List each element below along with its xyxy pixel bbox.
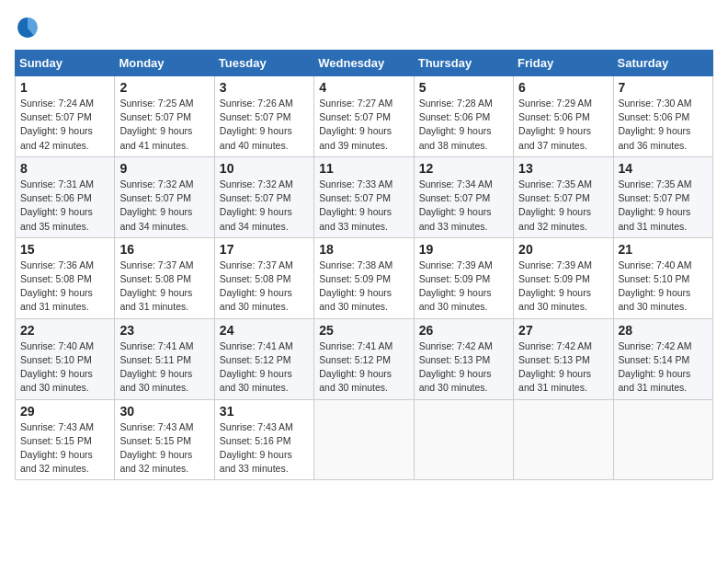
day-cell: 8 Sunrise: 7:31 AMSunset: 5:06 PMDayligh… [16,156,115,237]
day-number: 15 [20,242,109,257]
day-info: Sunrise: 7:26 AMSunset: 5:07 PMDaylight:… [220,98,293,151]
day-cell: 11 Sunrise: 7:33 AMSunset: 5:07 PMDaylig… [314,156,414,237]
day-info: Sunrise: 7:28 AMSunset: 5:06 PMDaylight:… [419,98,493,151]
day-info: Sunrise: 7:29 AMSunset: 5:06 PMDaylight:… [518,98,592,151]
calendar-week-row: 22 Sunrise: 7:40 AMSunset: 5:10 PMDaylig… [16,318,713,399]
empty-day-cell [613,399,712,480]
empty-day-cell [514,399,613,480]
day-info: Sunrise: 7:37 AMSunset: 5:08 PMDaylight:… [220,259,293,313]
calendar-week-row: 1 Sunrise: 7:24 AMSunset: 5:07 PMDayligh… [16,76,713,157]
day-number: 21 [619,242,708,257]
day-number: 1 [20,80,109,95]
day-number: 6 [518,80,608,95]
day-number: 13 [518,161,608,176]
day-info: Sunrise: 7:30 AMSunset: 5:06 PMDaylight:… [619,98,692,151]
day-number: 12 [419,161,508,176]
day-info: Sunrise: 7:41 AMSunset: 5:12 PMDaylight:… [319,340,392,394]
day-cell: 21 Sunrise: 7:40 AMSunset: 5:10 PMDaylig… [613,237,712,318]
day-number: 16 [119,242,209,257]
day-cell: 27 Sunrise: 7:42 AMSunset: 5:13 PMDaylig… [514,318,613,399]
day-cell: 22 Sunrise: 7:40 AMSunset: 5:10 PMDaylig… [16,318,115,399]
day-number: 24 [220,323,309,338]
calendar-week-row: 8 Sunrise: 7:31 AMSunset: 5:06 PMDayligh… [16,156,713,237]
day-number: 23 [119,323,209,338]
day-cell: 4 Sunrise: 7:27 AMSunset: 5:07 PMDayligh… [314,76,414,157]
day-number: 7 [619,80,708,95]
logo-icon [15,15,40,40]
day-number: 27 [518,323,608,338]
day-cell: 6 Sunrise: 7:29 AMSunset: 5:06 PMDayligh… [514,76,613,157]
logo [15,15,44,40]
day-cell: 3 Sunrise: 7:26 AMSunset: 5:07 PMDayligh… [214,76,313,157]
day-info: Sunrise: 7:37 AMSunset: 5:08 PMDaylight:… [119,259,193,313]
day-info: Sunrise: 7:31 AMSunset: 5:06 PMDaylight:… [20,178,94,232]
day-number: 2 [119,80,209,95]
day-info: Sunrise: 7:42 AMSunset: 5:14 PMDaylight:… [619,340,692,394]
day-info: Sunrise: 7:35 AMSunset: 5:07 PMDaylight:… [518,178,592,232]
day-cell: 18 Sunrise: 7:38 AMSunset: 5:09 PMDaylig… [314,237,414,318]
day-cell: 19 Sunrise: 7:39 AMSunset: 5:09 PMDaylig… [414,237,513,318]
day-number: 10 [220,161,309,176]
day-cell: 24 Sunrise: 7:41 AMSunset: 5:12 PMDaylig… [214,318,313,399]
day-number: 26 [419,323,508,338]
day-cell: 15 Sunrise: 7:36 AMSunset: 5:08 PMDaylig… [16,237,115,318]
day-number: 19 [419,242,508,257]
calendar-week-row: 15 Sunrise: 7:36 AMSunset: 5:08 PMDaylig… [16,237,713,318]
day-number: 5 [419,80,508,95]
day-cell: 25 Sunrise: 7:41 AMSunset: 5:12 PMDaylig… [314,318,414,399]
day-cell: 31 Sunrise: 7:43 AMSunset: 5:16 PMDaylig… [214,399,313,480]
day-number: 11 [319,161,408,176]
day-info: Sunrise: 7:27 AMSunset: 5:07 PMDaylight:… [319,98,392,151]
day-number: 31 [220,404,309,419]
day-cell: 14 Sunrise: 7:35 AMSunset: 5:07 PMDaylig… [613,156,712,237]
day-info: Sunrise: 7:34 AMSunset: 5:07 PMDaylight:… [419,178,493,232]
day-number: 25 [319,323,408,338]
day-number: 17 [220,242,309,257]
page-header [15,15,713,40]
day-cell: 12 Sunrise: 7:34 AMSunset: 5:07 PMDaylig… [414,156,513,237]
day-cell: 29 Sunrise: 7:43 AMSunset: 5:15 PMDaylig… [16,399,115,480]
day-number: 8 [20,161,109,176]
calendar-week-row: 29 Sunrise: 7:43 AMSunset: 5:15 PMDaylig… [16,399,713,480]
day-cell: 9 Sunrise: 7:32 AMSunset: 5:07 PMDayligh… [115,156,214,237]
weekday-header: Tuesday [214,51,313,76]
day-cell: 2 Sunrise: 7:25 AMSunset: 5:07 PMDayligh… [115,76,214,157]
day-cell: 30 Sunrise: 7:43 AMSunset: 5:15 PMDaylig… [115,399,214,480]
day-info: Sunrise: 7:33 AMSunset: 5:07 PMDaylight:… [319,178,392,232]
day-info: Sunrise: 7:41 AMSunset: 5:11 PMDaylight:… [119,340,193,394]
day-number: 18 [319,242,408,257]
day-info: Sunrise: 7:32 AMSunset: 5:07 PMDaylight:… [119,178,193,232]
day-info: Sunrise: 7:40 AMSunset: 5:10 PMDaylight:… [20,340,94,394]
day-info: Sunrise: 7:39 AMSunset: 5:09 PMDaylight:… [518,259,592,313]
empty-day-cell [414,399,513,480]
day-number: 20 [518,242,608,257]
day-cell: 20 Sunrise: 7:39 AMSunset: 5:09 PMDaylig… [514,237,613,318]
day-info: Sunrise: 7:41 AMSunset: 5:12 PMDaylight:… [220,340,293,394]
day-cell: 28 Sunrise: 7:42 AMSunset: 5:14 PMDaylig… [613,318,712,399]
day-number: 4 [319,80,408,95]
calendar-header-row: SundayMondayTuesdayWednesdayThursdayFrid… [16,51,713,76]
day-info: Sunrise: 7:42 AMSunset: 5:13 PMDaylight:… [419,340,493,394]
day-cell: 26 Sunrise: 7:42 AMSunset: 5:13 PMDaylig… [414,318,513,399]
day-number: 9 [119,161,209,176]
day-info: Sunrise: 7:43 AMSunset: 5:15 PMDaylight:… [119,421,193,475]
day-info: Sunrise: 7:40 AMSunset: 5:10 PMDaylight:… [619,259,692,313]
day-info: Sunrise: 7:38 AMSunset: 5:09 PMDaylight:… [319,259,392,313]
weekday-header: Saturday [613,51,712,76]
day-cell: 1 Sunrise: 7:24 AMSunset: 5:07 PMDayligh… [16,76,115,157]
empty-day-cell [314,399,414,480]
day-number: 22 [20,323,109,338]
day-info: Sunrise: 7:35 AMSunset: 5:07 PMDaylight:… [619,178,692,232]
day-number: 30 [119,404,209,419]
day-info: Sunrise: 7:25 AMSunset: 5:07 PMDaylight:… [119,98,193,151]
day-cell: 17 Sunrise: 7:37 AMSunset: 5:08 PMDaylig… [214,237,313,318]
day-number: 14 [619,161,708,176]
day-cell: 16 Sunrise: 7:37 AMSunset: 5:08 PMDaylig… [115,237,214,318]
day-cell: 13 Sunrise: 7:35 AMSunset: 5:07 PMDaylig… [514,156,613,237]
weekday-header: Friday [514,51,613,76]
day-number: 3 [220,80,309,95]
weekday-header: Wednesday [314,51,414,76]
weekday-header: Monday [115,51,214,76]
day-info: Sunrise: 7:42 AMSunset: 5:13 PMDaylight:… [518,340,592,394]
day-cell: 5 Sunrise: 7:28 AMSunset: 5:06 PMDayligh… [414,76,513,157]
